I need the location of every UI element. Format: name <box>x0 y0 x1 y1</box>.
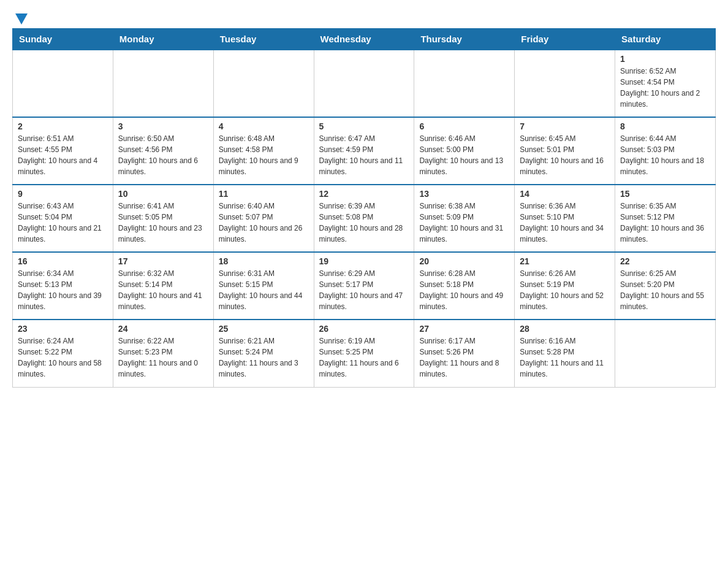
day-info: Sunrise: 6:46 AMSunset: 5:00 PMDaylight:… <box>419 133 509 177</box>
day-number: 4 <box>219 121 309 131</box>
calendar-cell <box>13 50 113 117</box>
calendar-cell: 23Sunrise: 6:24 AMSunset: 5:22 PMDayligh… <box>13 320 113 387</box>
calendar-cell <box>314 50 414 117</box>
weekday-header-thursday: Thursday <box>414 29 515 50</box>
day-info: Sunrise: 6:51 AMSunset: 4:55 PMDaylight:… <box>18 133 108 177</box>
day-info: Sunrise: 6:39 AMSunset: 5:08 PMDaylight:… <box>319 201 409 245</box>
day-info: Sunrise: 6:19 AMSunset: 5:25 PMDaylight:… <box>319 335 409 380</box>
calendar-cell: 28Sunrise: 6:16 AMSunset: 5:28 PMDayligh… <box>515 320 615 387</box>
day-info: Sunrise: 6:52 AMSunset: 4:54 PMDaylight:… <box>620 66 710 110</box>
day-number: 17 <box>118 256 208 266</box>
calendar-cell <box>414 50 515 117</box>
logo-triangle-icon <box>13 10 30 27</box>
calendar-cell: 20Sunrise: 6:28 AMSunset: 5:18 PMDayligh… <box>414 252 515 320</box>
day-number: 8 <box>620 121 710 131</box>
calendar-cell: 27Sunrise: 6:17 AMSunset: 5:26 PMDayligh… <box>414 320 515 387</box>
day-info: Sunrise: 6:24 AMSunset: 5:22 PMDaylight:… <box>18 335 108 380</box>
day-number: 26 <box>319 324 409 334</box>
svg-marker-0 <box>15 13 28 25</box>
day-number: 14 <box>520 189 610 199</box>
calendar-table: SundayMondayTuesdayWednesdayThursdayFrid… <box>12 28 716 388</box>
calendar-cell: 1Sunrise: 6:52 AMSunset: 4:54 PMDaylight… <box>615 50 716 117</box>
calendar-cell: 21Sunrise: 6:26 AMSunset: 5:19 PMDayligh… <box>515 252 615 320</box>
day-number: 6 <box>419 121 509 131</box>
day-number: 19 <box>319 256 409 266</box>
calendar-cell: 7Sunrise: 6:45 AMSunset: 5:01 PMDaylight… <box>515 117 615 185</box>
day-info: Sunrise: 6:41 AMSunset: 5:05 PMDaylight:… <box>118 201 208 245</box>
day-number: 13 <box>419 189 509 199</box>
day-number: 24 <box>118 324 208 334</box>
day-number: 11 <box>219 189 309 199</box>
day-info: Sunrise: 6:47 AMSunset: 4:59 PMDaylight:… <box>319 133 409 177</box>
page-header <box>12 12 716 22</box>
calendar-cell <box>213 50 314 117</box>
day-info: Sunrise: 6:34 AMSunset: 5:13 PMDaylight:… <box>18 268 108 312</box>
day-info: Sunrise: 6:22 AMSunset: 5:23 PMDaylight:… <box>118 335 208 380</box>
day-number: 27 <box>419 324 509 334</box>
day-info: Sunrise: 6:50 AMSunset: 4:56 PMDaylight:… <box>118 133 208 177</box>
calendar-cell: 24Sunrise: 6:22 AMSunset: 5:23 PMDayligh… <box>113 320 213 387</box>
day-number: 25 <box>219 324 309 334</box>
day-info: Sunrise: 6:17 AMSunset: 5:26 PMDaylight:… <box>419 335 509 380</box>
day-info: Sunrise: 6:35 AMSunset: 5:12 PMDaylight:… <box>620 201 710 245</box>
day-number: 7 <box>520 121 610 131</box>
day-info: Sunrise: 6:16 AMSunset: 5:28 PMDaylight:… <box>520 335 610 380</box>
day-number: 22 <box>620 256 710 266</box>
calendar-week-row: 16Sunrise: 6:34 AMSunset: 5:13 PMDayligh… <box>13 252 716 320</box>
day-number: 28 <box>520 324 610 334</box>
day-number: 3 <box>118 121 208 131</box>
calendar-cell: 2Sunrise: 6:51 AMSunset: 4:55 PMDaylight… <box>13 117 113 185</box>
calendar-cell: 6Sunrise: 6:46 AMSunset: 5:00 PMDaylight… <box>414 117 515 185</box>
day-info: Sunrise: 6:25 AMSunset: 5:20 PMDaylight:… <box>620 268 710 312</box>
calendar-cell: 5Sunrise: 6:47 AMSunset: 4:59 PMDaylight… <box>314 117 414 185</box>
day-info: Sunrise: 6:31 AMSunset: 5:15 PMDaylight:… <box>219 268 309 312</box>
calendar-cell: 8Sunrise: 6:44 AMSunset: 5:03 PMDaylight… <box>615 117 716 185</box>
weekday-header-sunday: Sunday <box>13 29 113 50</box>
day-number: 2 <box>18 121 108 131</box>
calendar-week-row: 9Sunrise: 6:43 AMSunset: 5:04 PMDaylight… <box>13 185 716 252</box>
calendar-cell: 17Sunrise: 6:32 AMSunset: 5:14 PMDayligh… <box>113 252 213 320</box>
calendar-week-row: 2Sunrise: 6:51 AMSunset: 4:55 PMDaylight… <box>13 117 716 185</box>
day-info: Sunrise: 6:44 AMSunset: 5:03 PMDaylight:… <box>620 133 710 177</box>
calendar-cell: 19Sunrise: 6:29 AMSunset: 5:17 PMDayligh… <box>314 252 414 320</box>
weekday-header-row: SundayMondayTuesdayWednesdayThursdayFrid… <box>13 29 716 50</box>
day-info: Sunrise: 6:26 AMSunset: 5:19 PMDaylight:… <box>520 268 610 312</box>
weekday-header-tuesday: Tuesday <box>213 29 314 50</box>
calendar-cell: 15Sunrise: 6:35 AMSunset: 5:12 PMDayligh… <box>615 185 716 252</box>
weekday-header-friday: Friday <box>515 29 615 50</box>
calendar-cell: 13Sunrise: 6:38 AMSunset: 5:09 PMDayligh… <box>414 185 515 252</box>
calendar-cell: 10Sunrise: 6:41 AMSunset: 5:05 PMDayligh… <box>113 185 213 252</box>
calendar-cell: 22Sunrise: 6:25 AMSunset: 5:20 PMDayligh… <box>615 252 716 320</box>
day-info: Sunrise: 6:36 AMSunset: 5:10 PMDaylight:… <box>520 201 610 245</box>
calendar-cell <box>615 320 716 387</box>
day-info: Sunrise: 6:21 AMSunset: 5:24 PMDaylight:… <box>219 335 309 380</box>
day-info: Sunrise: 6:48 AMSunset: 4:58 PMDaylight:… <box>219 133 309 177</box>
calendar-cell: 18Sunrise: 6:31 AMSunset: 5:15 PMDayligh… <box>213 252 314 320</box>
day-info: Sunrise: 6:28 AMSunset: 5:18 PMDaylight:… <box>419 268 509 312</box>
calendar-week-row: 23Sunrise: 6:24 AMSunset: 5:22 PMDayligh… <box>13 320 716 387</box>
day-number: 15 <box>620 189 710 199</box>
day-info: Sunrise: 6:38 AMSunset: 5:09 PMDaylight:… <box>419 201 509 245</box>
day-number: 5 <box>319 121 409 131</box>
calendar-cell: 26Sunrise: 6:19 AMSunset: 5:25 PMDayligh… <box>314 320 414 387</box>
calendar-cell: 4Sunrise: 6:48 AMSunset: 4:58 PMDaylight… <box>213 117 314 185</box>
day-info: Sunrise: 6:45 AMSunset: 5:01 PMDaylight:… <box>520 133 610 177</box>
weekday-header-monday: Monday <box>113 29 213 50</box>
day-number: 10 <box>118 189 208 199</box>
calendar-cell: 9Sunrise: 6:43 AMSunset: 5:04 PMDaylight… <box>13 185 113 252</box>
calendar-cell: 16Sunrise: 6:34 AMSunset: 5:13 PMDayligh… <box>13 252 113 320</box>
calendar-cell: 11Sunrise: 6:40 AMSunset: 5:07 PMDayligh… <box>213 185 314 252</box>
calendar-cell: 12Sunrise: 6:39 AMSunset: 5:08 PMDayligh… <box>314 185 414 252</box>
day-number: 21 <box>520 256 610 266</box>
day-number: 12 <box>319 189 409 199</box>
weekday-header-saturday: Saturday <box>615 29 716 50</box>
day-number: 23 <box>18 324 108 334</box>
calendar-cell: 3Sunrise: 6:50 AMSunset: 4:56 PMDaylight… <box>113 117 213 185</box>
day-number: 20 <box>419 256 509 266</box>
calendar-cell: 25Sunrise: 6:21 AMSunset: 5:24 PMDayligh… <box>213 320 314 387</box>
day-number: 18 <box>219 256 309 266</box>
day-info: Sunrise: 6:29 AMSunset: 5:17 PMDaylight:… <box>319 268 409 312</box>
day-number: 16 <box>18 256 108 266</box>
calendar-cell <box>515 50 615 117</box>
calendar-cell: 14Sunrise: 6:36 AMSunset: 5:10 PMDayligh… <box>515 185 615 252</box>
